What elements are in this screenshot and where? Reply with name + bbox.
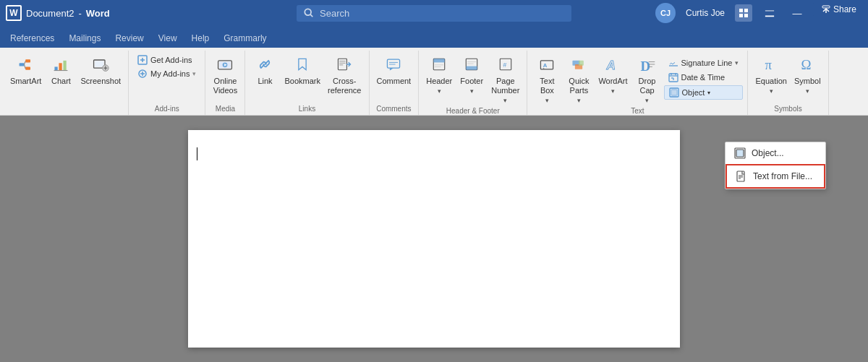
object-menu-icon bbox=[734, 147, 746, 159]
svg-rect-2 bbox=[739, 9, 743, 12]
user-name[interactable]: Curtis Joe bbox=[683, 7, 728, 20]
equation-label: Equation bbox=[755, 77, 786, 86]
link-label: Link bbox=[258, 77, 272, 86]
signature-line-button[interactable]: Signature Line ▾ bbox=[664, 56, 744, 69]
tab-help[interactable]: Help bbox=[184, 29, 217, 48]
object-menu-item[interactable]: Object... bbox=[726, 142, 825, 164]
tab-references[interactable]: References bbox=[3, 29, 61, 48]
chart-button[interactable]: Chart bbox=[46, 53, 76, 88]
quick-parts-label: QuickParts bbox=[569, 77, 589, 95]
tab-view[interactable]: View bbox=[151, 29, 184, 48]
svg-rect-39 bbox=[388, 59, 400, 68]
date-time-button[interactable]: Date & Time bbox=[664, 71, 744, 84]
svg-line-1 bbox=[310, 14, 312, 17]
my-addins-label: My Add-ins bbox=[150, 69, 190, 78]
text-box-button[interactable]: A TextBox ▾ bbox=[532, 53, 562, 107]
text-right-buttons: Signature Line ▾ Date & Time Object ▾ bbox=[664, 53, 744, 100]
document-page[interactable] bbox=[188, 130, 680, 348]
header-footer-label: Header & Footer bbox=[423, 107, 522, 117]
textfile-icon bbox=[736, 171, 747, 182]
comment-button[interactable]: Comment bbox=[374, 53, 414, 88]
media-label: Media bbox=[210, 105, 240, 115]
get-addins-button[interactable]: Get Add-ins bbox=[133, 53, 200, 66]
user-avatar[interactable]: CJ bbox=[655, 3, 676, 23]
my-addins-button[interactable]: My Add-ins ▾ bbox=[133, 67, 200, 80]
svg-rect-5 bbox=[744, 14, 748, 17]
bookmark-button[interactable]: Bookmark bbox=[281, 53, 323, 88]
app-name: Word bbox=[86, 8, 110, 19]
profile-badge[interactable] bbox=[735, 4, 752, 22]
cross-reference-button[interactable]: Cross-reference bbox=[325, 53, 364, 98]
text-from-file-item[interactable]: Text from File... bbox=[726, 164, 825, 189]
comments-items: Comment bbox=[374, 51, 414, 105]
wordart-button[interactable]: A WordArt ▾ bbox=[595, 53, 630, 98]
title-bar: W Document2 - Word Search CJ Curtis Joe … bbox=[0, 0, 868, 26]
svg-marker-40 bbox=[390, 68, 393, 70]
link-button[interactable]: Link bbox=[250, 53, 280, 88]
signature-line-label: Signature Line bbox=[681, 59, 733, 67]
app-icon: W bbox=[6, 5, 22, 21]
footer-label: Footer bbox=[460, 77, 483, 86]
tab-grammarly[interactable]: Grammarly bbox=[216, 29, 273, 48]
header-button[interactable]: Header ▾ bbox=[423, 53, 455, 98]
ribbon-display-btn[interactable] bbox=[760, 3, 780, 23]
symbol-button[interactable]: Ω Symbol ▾ bbox=[791, 53, 824, 98]
svg-rect-11 bbox=[25, 59, 30, 62]
addins-label: Add-ins bbox=[133, 105, 200, 115]
online-videos-label: OnlineVideos bbox=[213, 77, 237, 95]
svg-rect-3 bbox=[744, 9, 748, 12]
minimize-button[interactable]: — bbox=[787, 3, 807, 23]
svg-rect-76 bbox=[736, 150, 744, 157]
comment-label: Comment bbox=[377, 77, 412, 86]
illustrations-group: SmartArt Chart bbox=[3, 51, 129, 115]
svg-point-0 bbox=[305, 9, 311, 15]
ribbon-tabs: References Mailings Review View Help Gra… bbox=[0, 26, 868, 48]
equation-button[interactable]: π Equation ▾ bbox=[752, 53, 789, 98]
tab-review[interactable]: Review bbox=[108, 29, 150, 48]
search-bar[interactable]: Search bbox=[297, 5, 571, 22]
search-icon bbox=[304, 8, 314, 18]
object-dropdown: Object... Text from File... bbox=[725, 142, 826, 189]
page-number-label: PageNumber bbox=[491, 77, 519, 95]
symbols-items: π Equation ▾ Ω Symbol ▾ bbox=[752, 51, 823, 105]
page-number-button[interactable]: # PageNumber ▾ bbox=[488, 53, 522, 107]
bookmark-label: Bookmark bbox=[284, 77, 320, 86]
header-footer-items: Header ▾ Footer ▾ bbox=[423, 51, 522, 107]
object-button[interactable]: Object ▾ bbox=[664, 85, 744, 100]
online-videos-button[interactable]: OnlineVideos bbox=[210, 53, 240, 98]
media-group: OnlineVideos Media bbox=[205, 51, 245, 115]
tab-mailings[interactable]: Mailings bbox=[61, 29, 108, 48]
svg-rect-17 bbox=[64, 61, 67, 71]
svg-rect-35 bbox=[339, 59, 347, 69]
media-items: OnlineVideos bbox=[210, 51, 240, 105]
svg-line-14 bbox=[24, 64, 25, 69]
text-from-file-label: Text from File... bbox=[753, 171, 812, 181]
screenshot-button[interactable]: Screenshot bbox=[77, 53, 124, 88]
drop-cap-button[interactable]: D DropCap ▾ bbox=[632, 53, 663, 107]
addins-items: Get Add-ins My Add-ins ▾ bbox=[133, 51, 200, 105]
symbols-group: π Equation ▾ Ω Symbol ▾ Symbols bbox=[748, 51, 828, 115]
svg-line-13 bbox=[24, 61, 25, 64]
svg-rect-77 bbox=[737, 171, 744, 181]
quick-parts-button[interactable]: QuickParts ▾ bbox=[563, 53, 594, 107]
comments-group: Comment Comments bbox=[370, 51, 420, 115]
document-title: Document2 bbox=[26, 8, 74, 19]
text-group-label: Text bbox=[532, 107, 743, 117]
object-label: Object bbox=[682, 88, 705, 97]
symbols-label: Symbols bbox=[752, 105, 823, 115]
ribbon: SmartArt Chart bbox=[0, 48, 868, 116]
svg-rect-44 bbox=[434, 59, 445, 62]
search-placeholder: Search bbox=[320, 8, 349, 19]
share-button[interactable]: Share bbox=[813, 1, 865, 17]
header-footer-group: Header ▾ Footer ▾ bbox=[419, 51, 527, 115]
smartart-button[interactable]: SmartArt bbox=[7, 53, 44, 88]
text-box-label: TextBox bbox=[540, 77, 554, 95]
svg-rect-7 bbox=[765, 11, 774, 12]
svg-rect-48 bbox=[467, 66, 477, 70]
addins-group: Get Add-ins My Add-ins ▾ Add-ins bbox=[129, 51, 205, 115]
footer-button[interactable]: Footer ▾ bbox=[456, 53, 487, 98]
cross-reference-label: Cross-reference bbox=[328, 77, 361, 95]
chart-label: Chart bbox=[51, 77, 71, 86]
illustrations-items: SmartArt Chart bbox=[7, 51, 124, 113]
links-group: Link Bookmark bbox=[245, 51, 369, 115]
